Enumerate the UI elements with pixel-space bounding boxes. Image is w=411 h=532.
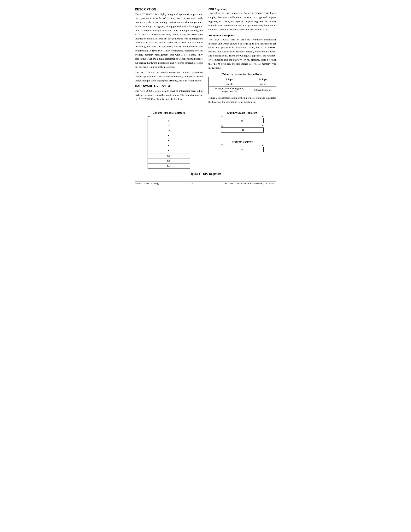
pc-bit-0: 0 [262,144,264,147]
table-header-mpipe: M Pipe [250,77,276,82]
pc-title: Program Counter [221,140,264,143]
gpr-figure: General Purpose Registers 63 0 0 r1 r2 •… [135,111,203,169]
gpr-bit-0: 0 [189,115,190,118]
md-hi-bit-63: 63 [221,115,223,118]
description-paragraph-1: The ACT 7000SC is a highly integrated sy… [135,12,203,69]
gpr-row-r30: r30 [148,158,190,163]
table-cell-m-instructions: integer, load/store [250,86,276,94]
multiply-divide-section: Multiply/Divide Registers 63 0 HI 63 0 L… [221,111,264,133]
gpr-row-dot3: • [148,143,190,148]
gpr-row-r31: r31 [148,163,190,169]
figure-section: General Purpose Registers 63 0 0 r1 r2 •… [135,111,276,169]
footer: Aeroflex Circuit Technology 2 SCD7000SC … [135,181,276,185]
superscalar-title: Superscalar Dispatch [208,34,276,37]
table-cell-oneof-m: one of: [250,82,276,86]
figure-caption: Figure 1 – CP0 Registers [135,172,276,175]
md-hi-register: HI [221,118,264,123]
md-lo-bit-0: 0 [262,124,264,127]
footer-page-number: 2 [192,182,193,185]
gpr-row-r2: r2 [148,128,190,133]
pc-bit-63: 63 [221,144,223,147]
gpr-row-dot4: • [148,148,190,153]
table-cell-f-instructions: integer, branch, floating-point,integer … [208,86,250,94]
gpr-register-stack: 0 r1 r2 • • • • r29 r30 r31 [148,118,190,169]
gpr-bit-labels: 63 0 [148,115,190,118]
left-column: DESCRIPTION The ACT 7000SC is a highly i… [135,8,203,106]
md-lo-register: LO [221,127,264,133]
cpu-paragraph: Like all MIPS ISA processors, the ACT 70… [208,11,276,32]
figure2-note: Figure 2 is a simplification of the pipe… [208,96,276,104]
gpr-bit-63: 63 [148,115,150,118]
pc-bit-labels: 63 0 [221,144,264,147]
hardware-paragraph: The ACT 7000SC offers a high-level of in… [135,89,203,101]
md-hi-bit-labels: 63 0 [221,115,264,118]
right-registers-figure: Multiply/Divide Registers 63 0 HI 63 0 L… [208,111,276,152]
cpu-registers-title: CPU Registers [208,8,276,11]
instruction-issue-table-section: Table 1 – Instruction Issue Rules F Pipe… [208,73,276,104]
two-column-section: DESCRIPTION The ACT 7000SC is a highly i… [135,8,276,106]
md-hi-bit-0: 0 [262,115,264,118]
gpr-row-r29: r29 [148,153,190,158]
md-title: Multiply/Divide Registers [221,111,264,114]
description-title: DESCRIPTION [135,8,203,11]
program-counter-section: Program Counter 63 0 PC [221,140,264,152]
gpr-row-0: 0 [148,118,190,123]
page: DESCRIPTION The ACT 7000SC is a highly i… [135,8,276,185]
footer-company: Aeroflex Circuit Technology [135,182,159,185]
footer-right-info: SCD7000SC REV B 7/30/01 Plainview NY (51… [225,182,276,185]
gpr-title: General Purpose Registers [153,111,185,114]
description-paragraph-2: The ACT 7000SC is ideally suited for hig… [135,71,203,83]
md-lo-bit-labels: 63 0 [221,124,264,127]
gpr-row-dot2: • [148,138,190,143]
hardware-title: HARDWARE OVERVIEW [135,84,203,88]
table-cell-oneof-f: one of: [208,82,250,86]
gpr-row-r1: r1 [148,123,190,128]
table-header-fpipe: F Pipe [208,77,250,82]
instruction-issue-table: F Pipe M Pipe one of: one of: integer, b… [208,77,276,94]
md-lo-bit-63: 63 [221,124,223,127]
right-column: CPU Registers Like all MIPS ISA processo… [208,8,276,106]
superscalar-paragraph: The ACT 7000SC has an efficient symmetri… [208,38,276,70]
gpr-row-dot1: • [148,133,190,138]
pc-register: PC [221,147,264,152]
table-title: Table 1 – Instruction Issue Rules [208,73,276,76]
footer-left: Aeroflex Circuit Technology [135,182,159,185]
